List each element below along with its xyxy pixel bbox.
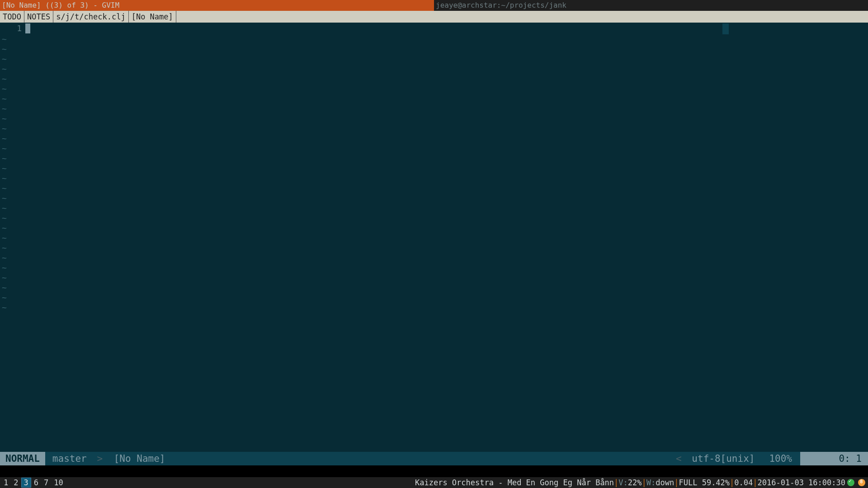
separator-right-icon: > bbox=[92, 453, 108, 464]
wm-window-title-active[interactable]: [No Name] ((3) of 3) - GVIM bbox=[0, 0, 434, 11]
empty-line-tilde: ~ bbox=[0, 303, 868, 313]
empty-line-tilde: ~ bbox=[0, 114, 868, 124]
workspace-tag[interactable]: 7 bbox=[41, 478, 51, 488]
status-ok-icon[interactable] bbox=[847, 479, 854, 486]
empty-line-tilde: ~ bbox=[0, 283, 868, 293]
empty-line-tilde: ~ bbox=[0, 134, 868, 144]
empty-line-tilde: ~ bbox=[0, 74, 868, 84]
vim-tab[interactable]: [No Name] bbox=[129, 11, 176, 23]
workspace-tag[interactable]: 2 bbox=[11, 478, 21, 488]
wm-status-bar: 1236710 Kaizers Orchestra - Med En Gong … bbox=[0, 477, 868, 488]
empty-line-tilde: ~ bbox=[0, 54, 868, 64]
empty-line-tilde: ~ bbox=[0, 124, 868, 134]
workspace-tag[interactable]: 10 bbox=[51, 478, 66, 488]
battery-status: FULL 59.42% bbox=[679, 478, 730, 487]
load-average: 0.04 bbox=[734, 478, 753, 487]
empty-line-tilde: ~ bbox=[0, 94, 868, 104]
empty-line-tilde: ~ bbox=[0, 183, 868, 193]
editor-area[interactable]: 1 ~~~~~~~~~~~~~~~~~~~~~~~~~~~~ bbox=[0, 23, 868, 452]
separator-left-icon: < bbox=[676, 453, 686, 464]
empty-line-tilde: ~ bbox=[0, 253, 868, 263]
gap-area bbox=[0, 465, 868, 477]
empty-line-tilde: ~ bbox=[0, 164, 868, 174]
empty-line-tilde: ~ bbox=[0, 243, 868, 253]
empty-line-tilde: ~ bbox=[0, 174, 868, 183]
vim-tab[interactable]: TODO bbox=[0, 11, 24, 23]
git-branch-name: master bbox=[52, 453, 87, 464]
separator-icon: | bbox=[642, 478, 646, 487]
vim-status-line: NORMAL master > [No Name] < utf-8[unix] … bbox=[0, 452, 868, 465]
empty-line-tilde: ~ bbox=[0, 84, 868, 94]
wm-window-title-inactive[interactable]: jeaye@archstar:~/projects/jank bbox=[434, 0, 868, 11]
empty-line-tilde: ~ bbox=[0, 193, 868, 203]
workspace-tag[interactable]: 1 bbox=[1, 478, 11, 488]
separator-icon: | bbox=[614, 478, 618, 487]
workspace-tag[interactable]: 3 bbox=[21, 478, 31, 488]
separator-icon: | bbox=[730, 478, 734, 487]
empty-line-tilde: ~ bbox=[0, 64, 868, 74]
empty-line-tilde: ~ bbox=[0, 144, 868, 154]
empty-line-tilde: ~ bbox=[0, 293, 868, 303]
vim-tab[interactable]: s/j/t/check.clj bbox=[53, 11, 129, 23]
editor-right-column-marker bbox=[722, 23, 729, 34]
empty-line-tilde: ~ bbox=[0, 213, 868, 223]
line-number: 1 bbox=[0, 23, 25, 34]
separator-icon: | bbox=[674, 478, 679, 487]
volume-value: 22% bbox=[628, 478, 642, 487]
empty-line-tilde: ~ bbox=[0, 203, 868, 213]
empty-line-tilde: ~ bbox=[0, 154, 868, 164]
vim-tab[interactable]: NOTES bbox=[24, 11, 53, 23]
buffer-filename: [No Name] bbox=[114, 453, 165, 464]
cursor-position: 0: 1 bbox=[800, 452, 868, 465]
now-playing: Kaizers Orchestra - Med En Gong Eg Når B… bbox=[415, 478, 614, 487]
empty-line-tilde: ~ bbox=[0, 263, 868, 273]
wm-title-row: [No Name] ((3) of 3) - GVIM jeaye@archst… bbox=[0, 0, 868, 11]
workspace-tag[interactable]: 6 bbox=[31, 478, 41, 488]
vim-tab-strip: TODONOTESs/j/t/check.clj[No Name] bbox=[0, 11, 868, 23]
volume-label: V: bbox=[618, 478, 627, 487]
empty-line-tilde: ~ bbox=[0, 233, 868, 243]
empty-line-tilde: ~ bbox=[0, 34, 868, 44]
network-label: W: bbox=[646, 478, 656, 487]
empty-line-tilde: ~ bbox=[0, 223, 868, 233]
bitcoin-tray-icon[interactable] bbox=[858, 479, 865, 486]
separator-icon: | bbox=[753, 478, 757, 487]
text-cursor bbox=[25, 23, 30, 33]
file-encoding: utf-8[unix] bbox=[692, 453, 761, 464]
empty-line-tilde: ~ bbox=[0, 273, 868, 283]
clock: 2016-01-03 16:00:30 bbox=[758, 478, 845, 487]
empty-line-tilde: ~ bbox=[0, 104, 868, 114]
empty-line-tilde: ~ bbox=[0, 44, 868, 54]
vim-mode-indicator: NORMAL bbox=[0, 452, 45, 465]
network-value: down bbox=[656, 478, 674, 487]
scroll-percent: 100% bbox=[761, 452, 800, 465]
